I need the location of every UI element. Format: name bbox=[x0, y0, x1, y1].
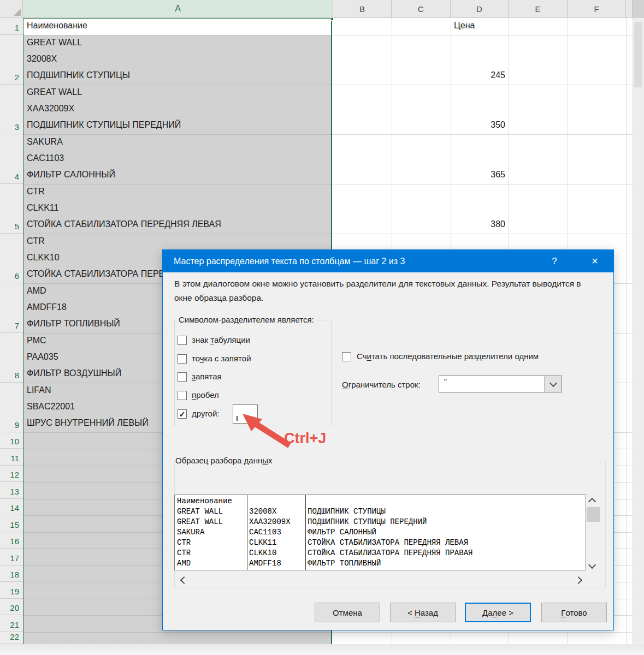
row-header-2[interactable]: 2 bbox=[0, 35, 23, 85]
row-header-22[interactable]: 22 bbox=[0, 632, 23, 644]
row-header-16[interactable]: 16 bbox=[0, 532, 23, 549]
column-header-d[interactable]: D bbox=[451, 0, 509, 18]
finish-button[interactable]: Готово bbox=[541, 603, 607, 622]
cell-text: CLKK11 bbox=[27, 203, 58, 213]
row-header-21[interactable]: 21 bbox=[0, 615, 23, 632]
preview-cell: CTR bbox=[177, 549, 191, 557]
preview-cell: CTR bbox=[177, 538, 191, 547]
tab-checkbox[interactable] bbox=[178, 336, 187, 345]
delimiters-group-title: Символом-разделителем является: bbox=[176, 315, 316, 324]
row-header-20[interactable]: 20 bbox=[0, 599, 23, 615]
cancel-button[interactable]: Отмена bbox=[315, 603, 380, 622]
gridline bbox=[332, 35, 633, 35]
row-header-9[interactable]: 9 bbox=[0, 383, 23, 432]
dialog-intro-line1: В этом диалоговом окне можно установить … bbox=[174, 279, 581, 289]
text-qualifier-combobox[interactable]: " bbox=[439, 376, 562, 392]
row-header-7[interactable]: 7 bbox=[0, 283, 23, 333]
row-header-8[interactable]: 8 bbox=[0, 333, 23, 383]
other-checkbox[interactable]: ✓ bbox=[178, 409, 187, 419]
bottom-strip bbox=[0, 644, 644, 655]
gridline bbox=[332, 85, 633, 85]
row-header-18[interactable]: 18 bbox=[0, 565, 23, 582]
row-header-1[interactable]: 1 bbox=[0, 18, 23, 35]
gridline bbox=[23, 35, 332, 35]
gridline bbox=[332, 134, 633, 135]
chevron-down-icon bbox=[549, 379, 557, 386]
row-header-13[interactable]: 13 bbox=[0, 482, 23, 499]
cell-text: CTR bbox=[27, 187, 45, 196]
preview-cell: ПОДШИПНИК СТУПИЦЫ ПЕРЕДНИЙ bbox=[308, 517, 427, 526]
dialog-title: Мастер распределения текста по столбцам … bbox=[174, 250, 405, 272]
cell-price: 380 bbox=[459, 219, 505, 229]
consecutive-delimiters-label[interactable]: Считать последовательные разделители одн… bbox=[357, 352, 539, 361]
back-button[interactable]: < Назад bbox=[390, 603, 456, 622]
space-checkbox-label[interactable]: пробел bbox=[192, 390, 219, 400]
row-header-17[interactable]: 17 bbox=[0, 549, 23, 565]
preview-cell: Наименование bbox=[177, 497, 232, 505]
column-header-a[interactable]: A bbox=[23, 0, 333, 18]
column-header-e[interactable]: E bbox=[509, 0, 568, 18]
column-header-partial bbox=[626, 0, 633, 18]
gridline bbox=[332, 184, 633, 184]
linefeed-char-cursor bbox=[237, 416, 238, 421]
preview-cell: ПОДШИПНИК СТУПИЦЫ bbox=[308, 507, 386, 516]
preview-scroll-right[interactable] bbox=[576, 575, 581, 585]
column-header-f[interactable]: F bbox=[568, 0, 626, 18]
preview-cell: SAKURA bbox=[177, 528, 204, 537]
excel-text-to-columns-screen: { "sheet": { "columns": ["A","B","C","D"… bbox=[0, 0, 644, 655]
preview-scroll-left[interactable] bbox=[181, 575, 187, 585]
preview-cell: 32008X bbox=[249, 507, 276, 516]
preview-cell: СТОЙКА СТАБИЛИЗАТОРА ПЕРЕДНЯЯ ПРАВАЯ bbox=[308, 549, 472, 557]
close-icon[interactable]: ✕ bbox=[581, 250, 608, 272]
row-header-6[interactable]: 6 bbox=[0, 234, 23, 283]
gridline bbox=[332, 234, 633, 234]
vertical-scrollbar-thumb[interactable] bbox=[634, 22, 642, 87]
preview-column-divider[interactable] bbox=[305, 495, 306, 570]
cell-text: AMD bbox=[27, 286, 46, 296]
cell-text: ФИЛЬТР ТОПЛИВНЫЙ bbox=[27, 319, 120, 329]
cell-text: GREAT WALL bbox=[27, 87, 82, 97]
comma-checkbox[interactable] bbox=[178, 372, 187, 382]
cell-text: SAKURA bbox=[27, 137, 63, 147]
preview-vscroll-thumb[interactable] bbox=[587, 507, 600, 522]
cell-text: CTR bbox=[27, 236, 45, 246]
preview-group-title: Образец разбора данных bbox=[175, 456, 275, 465]
row-header-15[interactable]: 15 bbox=[0, 515, 23, 532]
row-header-5[interactable]: 5 bbox=[0, 184, 23, 234]
preview-column-divider[interactable] bbox=[247, 495, 247, 570]
preview-scroll-down[interactable] bbox=[589, 560, 595, 570]
next-button[interactable]: Далее > bbox=[465, 603, 531, 622]
cell-text: ФИЛЬТР САЛОННЫЙ bbox=[27, 170, 115, 180]
select-all-triangle-icon bbox=[14, 9, 21, 16]
cell-text: AMDFF18 bbox=[27, 302, 67, 312]
gridline bbox=[626, 18, 627, 644]
cell-price: 350 bbox=[459, 120, 505, 130]
row-header-4[interactable]: 4 bbox=[0, 134, 23, 184]
select-all-corner[interactable] bbox=[0, 0, 23, 18]
row-header-14[interactable]: 14 bbox=[0, 499, 23, 515]
comma-checkbox-label[interactable]: запятая bbox=[192, 372, 222, 381]
cell-a1-text: Наименование bbox=[27, 21, 87, 31]
row-header-12[interactable]: 12 bbox=[0, 466, 23, 482]
cell-text: CLKK10 bbox=[27, 253, 60, 263]
help-icon[interactable]: ? bbox=[542, 250, 566, 272]
column-header-b[interactable]: B bbox=[333, 0, 392, 18]
row-header-19[interactable]: 19 bbox=[0, 582, 23, 599]
preview-cell: СТОЙКА СТАБИЛИЗАТОРА ПЕРЕДНЯЯ ЛЕВАЯ bbox=[308, 538, 468, 547]
other-checkbox-label[interactable]: другой: bbox=[192, 409, 219, 418]
row-header-11[interactable]: 11 bbox=[0, 449, 23, 466]
column-header-c[interactable]: C bbox=[392, 0, 451, 18]
consecutive-delimiters-checkbox[interactable] bbox=[342, 352, 351, 361]
row-header-10[interactable]: 10 bbox=[0, 432, 23, 449]
vertical-scrollbar[interactable] bbox=[633, 0, 644, 644]
preview-scroll-up[interactable] bbox=[589, 497, 595, 507]
tab-checkbox-label[interactable]: знак табуляции bbox=[192, 335, 250, 344]
gridline bbox=[23, 632, 332, 633]
data-preview-box[interactable]: Наименование GREAT WALL 32008X ПОДШИПНИК… bbox=[174, 495, 586, 570]
row-header-3[interactable]: 3 bbox=[0, 85, 23, 134]
semicolon-checkbox-label[interactable]: точка с запятой bbox=[192, 354, 251, 363]
semicolon-checkbox[interactable] bbox=[178, 354, 187, 364]
cell-text: XAA32009X bbox=[27, 104, 74, 114]
combobox-dropdown-button[interactable] bbox=[544, 376, 562, 392]
space-checkbox[interactable] bbox=[178, 391, 187, 400]
